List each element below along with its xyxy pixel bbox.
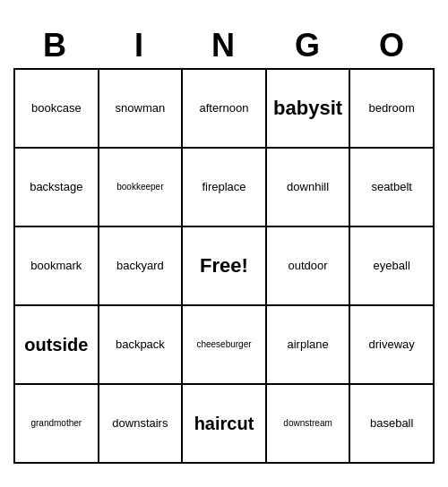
bingo-cell-r3-c3: airplane [267,306,351,385]
bingo-cell-r1-c0: backstage [15,149,99,227]
bingo-cell-r2-c0: bookmark [15,227,99,306]
bingo-cell-r2-c2: Free! [183,227,267,306]
cell-text-r1-c1: bookkeeper [116,182,163,192]
bingo-cell-r3-c0: outside [15,306,99,385]
bingo-cell-r3-c1: backpack [99,306,184,385]
bingo-cell-r2-c1: backyard [99,227,184,306]
bingo-cell-r3-c4: driveway [350,306,435,385]
bingo-cell-r0-c0: bookcase [15,70,99,149]
bingo-grid: bookcasesnowmanafternoonbabysitbedroomba… [13,68,435,464]
cell-text-r4-c2: haircut [194,413,254,434]
cell-text-r3-c3: airplane [287,337,328,352]
bingo-cell-r3-c2: cheeseburger [183,306,267,385]
bingo-cell-r0-c4: bedroom [350,70,435,149]
cell-text-r2-c1: backyard [116,259,164,273]
cell-text-r3-c1: backpack [116,337,165,352]
bingo-cell-r0-c1: snowman [99,70,184,149]
bingo-cell-r1-c3: downhill [267,149,351,227]
bingo-cell-r1-c2: fireplace [183,149,267,227]
cell-text-r1-c0: backstage [30,180,82,194]
cell-text-r4-c1: downstairs [112,416,168,431]
bingo-cell-r4-c1: downstairs [99,385,184,464]
header-letter-b: B [13,23,98,68]
bingo-cell-r4-c3: downstream [267,385,351,464]
cell-text-r1-c4: seatbelt [371,180,412,194]
bingo-cell-r4-c0: grandmother [15,385,99,464]
bingo-header: BINGO [13,23,435,68]
bingo-cell-r1-c4: seatbelt [350,149,435,227]
cell-text-r3-c2: cheeseburger [196,339,251,350]
bingo-cell-r0-c3: babysit [267,70,351,149]
header-letter-g: G [266,23,350,68]
cell-text-r4-c3: downstream [283,418,332,429]
cell-text-r0-c0: bookcase [31,101,82,115]
bingo-cell-r4-c2: haircut [183,385,267,464]
cell-text-r0-c4: bedroom [369,101,415,115]
header-letter-o: O [350,23,435,68]
cell-text-r1-c3: downhill [287,180,329,194]
cell-text-r0-c3: babysit [273,97,342,120]
cell-text-r2-c2: Free! [200,254,248,278]
cell-text-r1-c2: fireplace [202,180,246,194]
header-letter-n: N [182,23,266,68]
cell-text-r4-c4: baseball [370,416,413,431]
cell-text-r2-c0: bookmark [30,259,82,273]
bingo-cell-r0-c2: afternoon [183,70,267,149]
cell-text-r0-c1: snowman [116,101,166,115]
bingo-card: BINGO bookcasesnowmanafternoonbabysitbed… [13,23,435,464]
bingo-cell-r1-c1: bookkeeper [99,149,184,227]
cell-text-r0-c2: afternoon [200,101,249,115]
cell-text-r2-c4: eyeball [374,259,410,273]
cell-text-r4-c0: grandmother [30,418,82,429]
cell-text-r2-c3: outdoor [289,259,328,273]
cell-text-r3-c4: driveway [369,337,415,352]
bingo-cell-r4-c4: baseball [350,385,435,464]
cell-text-r3-c0: outside [24,334,88,355]
bingo-cell-r2-c3: outdoor [267,227,351,306]
header-letter-i: I [98,23,182,68]
bingo-cell-r2-c4: eyeball [350,227,435,306]
